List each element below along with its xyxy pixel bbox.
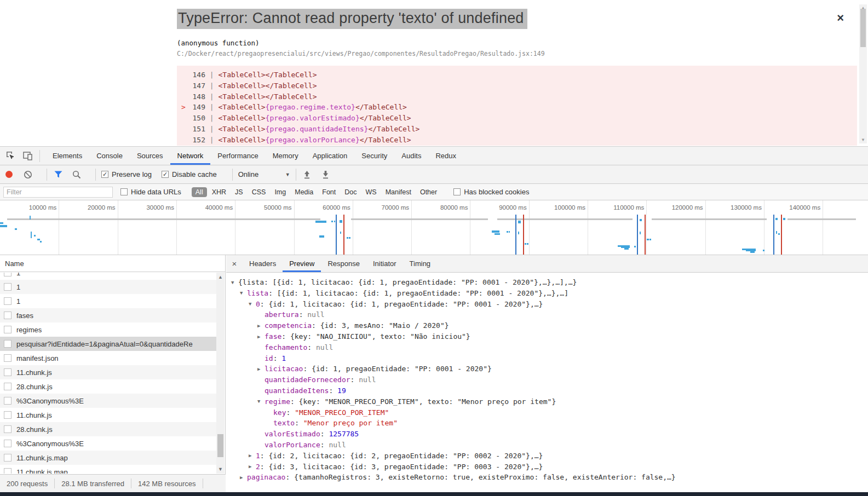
- scrollbar-thumb[interactable]: [217, 434, 223, 457]
- scroll-up-icon[interactable]: ▲: [216, 274, 225, 280]
- request-row[interactable]: 28.chunk.js: [0, 422, 217, 436]
- request-row[interactable]: pesquisar?idEntidade=1&paginaAtual=0&qua…: [0, 337, 217, 351]
- disclosure-down-icon[interactable]: ▼: [240, 288, 247, 299]
- type-filter-manifest[interactable]: Manifest: [382, 187, 415, 197]
- request-row[interactable]: 1: [0, 280, 217, 294]
- network-overview-timeline[interactable]: 10000 ms20000 ms30000 ms40000 ms50000 ms…: [0, 200, 868, 255]
- request-row[interactable]: 11.chunk.js.map: [0, 451, 217, 465]
- disclosure-down-icon[interactable]: ▼: [257, 396, 265, 407]
- close-icon[interactable]: ×: [837, 12, 844, 24]
- json-tree-row[interactable]: fechamento: null: [226, 342, 868, 353]
- devtools-tab-memory[interactable]: Memory: [266, 147, 306, 165]
- request-row[interactable]: 11.chunk.js: [0, 408, 217, 422]
- json-tree-row[interactable]: ▼lista: [{id: 1, licitacao: {id: 1, preg…: [226, 288, 868, 299]
- json-tree-row[interactable]: abertura: null: [226, 309, 868, 320]
- detail-tab-preview[interactable]: Preview: [283, 255, 321, 272]
- request-list-scrollbar[interactable]: ▲ ▼: [216, 273, 225, 474]
- waterfall-mark: [0, 222, 3, 224]
- export-har-icon[interactable]: [320, 169, 331, 180]
- detail-tab-headers[interactable]: Headers: [243, 255, 283, 272]
- inspect-element-icon[interactable]: [4, 151, 16, 162]
- has-blocked-cookies-checkbox[interactable]: Has blocked cookies: [453, 188, 529, 196]
- detail-tab-initiator[interactable]: Initiator: [366, 255, 403, 272]
- detail-tab-response[interactable]: Response: [321, 255, 366, 272]
- request-row[interactable]: regimes: [0, 322, 217, 337]
- record-button[interactable]: [5, 171, 13, 178]
- type-filter-doc[interactable]: Doc: [341, 187, 360, 197]
- scrollbar-thumb[interactable]: [860, 9, 866, 47]
- preserve-log-checkbox[interactable]: ✓ Preserve log: [101, 170, 152, 178]
- json-tree-row[interactable]: quantidadeFornecedor: null: [226, 374, 868, 385]
- request-row[interactable]: %3Canonymous%3E: [0, 436, 217, 451]
- json-tree-row[interactable]: valorPorLance: null: [226, 440, 868, 451]
- request-row[interactable]: 11.chunk.js: [0, 365, 217, 379]
- devtools-tab-audits[interactable]: Audits: [394, 147, 428, 165]
- request-row[interactable]: fases: [0, 308, 217, 322]
- filter-icon[interactable]: [53, 169, 64, 180]
- type-filter-css[interactable]: CSS: [248, 187, 270, 197]
- devtools-tab-security[interactable]: Security: [354, 147, 394, 165]
- request-row[interactable]: 1: [0, 294, 217, 308]
- request-row[interactable]: 28.chunk.js: [0, 379, 217, 394]
- disclosure-down-icon[interactable]: ▼: [231, 278, 238, 289]
- ruler-tick-label: 30000 ms: [119, 204, 174, 211]
- json-tree-row[interactable]: id: 1: [226, 353, 868, 364]
- close-detail-icon[interactable]: ×: [226, 259, 243, 268]
- json-tree-row[interactable]: ▼{lista: [{id: 1, licitacao: {id: 1, pre…: [226, 277, 868, 288]
- json-tree-row[interactable]: ▶competencia: {id: 3, mesAno: "Maio / 20…: [226, 320, 868, 331]
- disclosure-right-icon[interactable]: ▶: [257, 321, 265, 332]
- device-toolbar-icon[interactable]: [22, 151, 34, 162]
- name-column-header[interactable]: Name: [0, 255, 225, 272]
- json-tree-row[interactable]: ▶1: {id: 2, licitacao: {id: 2, pregaoEnt…: [226, 451, 868, 462]
- detail-tab-timing[interactable]: Timing: [403, 255, 438, 272]
- disclosure-right-icon[interactable]: ▶: [249, 462, 256, 472]
- disclosure-right-icon[interactable]: ▶: [257, 364, 265, 375]
- clear-icon[interactable]: [22, 169, 33, 180]
- disclosure-down-icon[interactable]: ▼: [249, 299, 256, 310]
- devtools-tab-performance[interactable]: Performance: [210, 147, 265, 165]
- type-filter-xhr[interactable]: XHR: [208, 187, 230, 197]
- type-filter-img[interactable]: Img: [271, 187, 290, 197]
- request-row[interactable]: manifest.json: [0, 351, 217, 365]
- disclosure-right-icon[interactable]: ▶: [240, 472, 247, 483]
- network-toolbar: ✓ Preserve log ✓ Disable cache Online ▼: [0, 165, 868, 184]
- devtools-tab-application[interactable]: Application: [306, 147, 355, 165]
- request-row[interactable]: %3Canonymous%3E: [0, 394, 217, 408]
- type-filter-js[interactable]: JS: [231, 187, 247, 197]
- json-tree-row[interactable]: ▶fase: {key: "NAO_INICIOU", texto: "Não …: [226, 331, 868, 342]
- devtools-tab-redux[interactable]: Redux: [428, 147, 463, 165]
- type-filter-all[interactable]: All: [192, 187, 207, 197]
- json-tree-row[interactable]: valorEstimado: 1257785: [226, 429, 868, 440]
- devtools-tab-console[interactable]: Console: [89, 147, 130, 165]
- type-filter-ws[interactable]: WS: [362, 187, 381, 197]
- json-tree-row[interactable]: key: "MENOR_PRECO_POR_ITEM": [226, 407, 868, 418]
- json-tree-row[interactable]: ▶paginacao: {tamanhoRegistros: 3, existe…: [226, 472, 868, 483]
- disclosure-right-icon[interactable]: ▶: [249, 451, 256, 462]
- scroll-down-icon[interactable]: ▼: [860, 137, 866, 142]
- disclosure-right-icon[interactable]: ▶: [257, 332, 265, 343]
- type-filter-font[interactable]: Font: [318, 187, 340, 197]
- request-row[interactable]: 11.chunk.js.map: [0, 465, 217, 474]
- devtools-tab-sources[interactable]: Sources: [130, 147, 170, 165]
- type-filter-media[interactable]: Media: [291, 187, 317, 197]
- json-tree-row[interactable]: ▼regime: {key: "MENOR_PRECO_POR_ITEM", t…: [226, 396, 868, 407]
- json-tree-row[interactable]: quantidadeItens: 19: [226, 385, 868, 396]
- overlay-scrollbar[interactable]: ▲ ▼: [859, 4, 867, 143]
- json-tree-row[interactable]: ▼0: {id: 1, licitacao: {id: 1, pregaoEnt…: [226, 299, 868, 310]
- ruler-gridline: [411, 200, 412, 255]
- json-tree-row[interactable]: ▶2: {id: 3, licitacao: {id: 3, pregaoEnt…: [226, 462, 868, 472]
- scroll-down-icon[interactable]: ▼: [216, 466, 225, 472]
- devtools-tab-network[interactable]: Network: [170, 147, 211, 165]
- devtools-tab-elements[interactable]: Elements: [45, 147, 89, 165]
- filter-input[interactable]: [3, 187, 113, 198]
- request-row[interactable]: 1: [0, 273, 217, 280]
- throttling-select[interactable]: Online ▼: [238, 170, 290, 178]
- hide-data-urls-checkbox[interactable]: Hide data URLs: [120, 188, 181, 196]
- search-icon[interactable]: [71, 169, 82, 180]
- json-tree-row[interactable]: texto: "Menor preço por item": [226, 418, 868, 429]
- import-har-icon[interactable]: [302, 169, 313, 180]
- type-filter-other[interactable]: Other: [416, 187, 441, 197]
- disable-cache-checkbox[interactable]: ✓ Disable cache: [162, 170, 217, 178]
- json-tree-row[interactable]: ▶licitacao: {id: 1, pregaoEntidade: "PP:…: [226, 364, 868, 374]
- waterfall-mark: [349, 237, 350, 239]
